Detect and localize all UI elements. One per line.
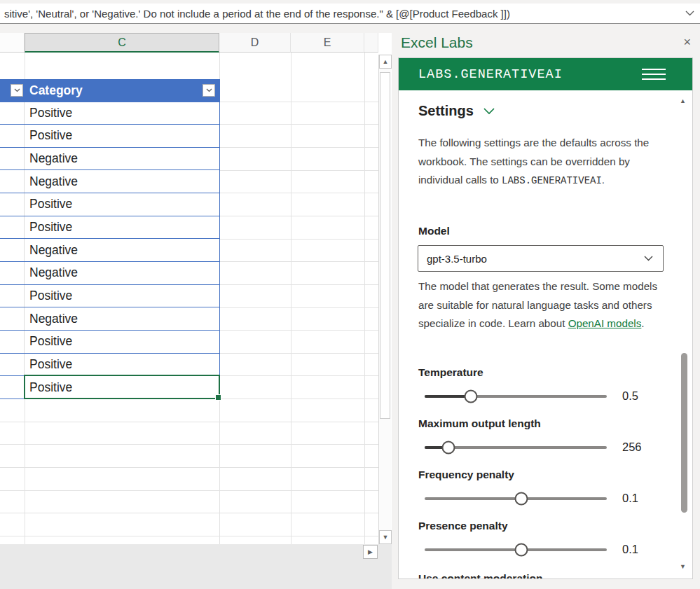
slider-thumb[interactable] [514,543,528,556]
row-cell-category[interactable]: Positive [25,125,219,147]
slider-value: 0.5 [622,389,638,403]
panel-scroll-up-icon[interactable]: ▲ [680,97,686,104]
column-header-c[interactable]: C [25,33,219,53]
slider-label: Temperature [418,366,671,380]
row-cell-b-partial[interactable] [0,216,25,239]
table-row[interactable]: Negative [0,307,219,331]
model-description: The model that generates the result. Som… [418,277,669,333]
slider-thumb[interactable] [441,441,455,454]
filter-button-category[interactable] [203,84,215,97]
row-cell-b-partial[interactable] [0,193,25,216]
menu-icon[interactable] [642,69,666,80]
labs-generativeai-banner: LABS.GENERATIVEAI [399,58,692,90]
row-cell-category[interactable]: Positive [25,193,219,216]
table-row[interactable]: Positive [0,354,219,377]
slider-track[interactable] [425,548,607,551]
row-cell-b-partial[interactable] [0,102,25,125]
model-description-suffix: . [641,317,644,329]
row-cell-category[interactable]: Negative [25,170,219,193]
cell-value: Negative [29,151,78,166]
slider-track[interactable] [425,497,607,500]
row-cell-category[interactable]: Positive [25,285,219,307]
row-cell-b-partial[interactable] [0,148,25,170]
formula-bar[interactable]: sitive', 'Neutral', or 'Negative.' Do no… [0,4,700,24]
chevron-down-icon [483,108,495,115]
model-dropdown[interactable]: gpt-3.5-turbo [418,245,664,272]
cell-value: Negative [29,243,78,258]
close-icon[interactable]: × [683,36,691,48]
row-cell-b-partial[interactable] [0,239,25,261]
column-letter: C [118,36,126,49]
cell-value: Positive [29,220,72,235]
table-header-row[interactable]: Category [0,79,219,102]
row-cell-b-partial[interactable] [0,125,25,147]
slider-value: 0.1 [622,543,638,556]
sheet-vertical-scrollbar[interactable]: ▲ ▼ [378,55,391,544]
row-cell-category[interactable]: Positive [25,216,219,239]
vertical-scroll-thumb[interactable] [380,72,390,419]
up-arrow-icon: ▲ [383,58,389,65]
settings-section-header[interactable]: Settings [418,103,495,119]
table-row[interactable]: Negative [0,262,219,285]
cell-value: Positive [29,334,72,349]
generativeai-card: LABS.GENERATIVEAI Settings The following… [398,57,693,579]
table-row[interactable]: Positive [0,331,219,354]
column-header-f-partial[interactable] [364,33,378,53]
row-cell-b-partial[interactable] [0,354,25,376]
table-row[interactable]: Negative [0,239,219,262]
row-cell-b-partial[interactable] [0,331,25,353]
slider-track[interactable] [425,446,607,449]
column-header-b-partial[interactable] [0,33,25,53]
formula-input[interactable]: sitive', 'Neutral', or 'Negative.' Do no… [0,8,679,20]
fill-handle[interactable] [215,394,221,401]
row-cell-category[interactable]: Negative [25,262,219,284]
row-cell-b-partial[interactable] [0,285,25,307]
banner-title: LABS.GENERATIVEAI [418,67,563,82]
sheet-bottom-strip: ▶ [0,544,392,589]
chevron-down-icon [644,256,653,261]
category-table: Category Positive Posi [0,79,220,399]
slider-row: 0.1 [418,488,671,508]
panel-scroll-thumb[interactable] [681,353,687,513]
row-cell-category[interactable]: Positive [25,354,219,376]
table-row[interactable]: Positive [0,285,219,308]
table-row[interactable]: Negative [0,148,219,171]
selected-cell-outline[interactable] [24,375,220,399]
column-header-e[interactable]: E [291,33,364,53]
row-cell-b-partial[interactable] [0,307,25,330]
cell-value: Positive [29,128,72,143]
row-cell-b-partial[interactable] [0,170,25,193]
settings-heading: Settings [418,103,474,119]
settings-sliders: Temperature 0.5 Maximum output [418,366,671,571]
row-cell-category[interactable]: Negative [25,307,219,330]
table-row[interactable]: Positive [0,125,219,148]
row-cell-category[interactable]: Negative [25,239,219,261]
openai-models-link[interactable]: OpenAI models [568,317,642,329]
scroll-down-button[interactable]: ▼ [379,530,392,544]
table-row[interactable]: Positive [0,193,219,216]
scroll-up-button[interactable]: ▲ [379,55,392,69]
row-cell-category[interactable]: Negative [25,148,219,170]
slider-thumb[interactable] [514,492,528,505]
slider-group: Frequency penalty 0.1 [418,469,671,508]
slider-label: Maximum output length [418,417,671,431]
panel-scroll-down-icon[interactable]: ▼ [680,563,686,570]
slider-thumb[interactable] [465,389,478,403]
row-cell-b-partial[interactable] [0,376,25,399]
column-header-d[interactable]: D [219,33,291,53]
row-cell-category[interactable]: Positive [25,102,219,125]
filter-button-b[interactable] [11,84,23,97]
table-row[interactable]: Positive [0,102,219,125]
row-cell-b-partial[interactable] [0,262,25,284]
table-row[interactable]: Positive [0,216,219,240]
slider-track[interactable] [425,395,607,398]
scroll-right-button[interactable]: ▶ [363,545,378,559]
card-body: Settings The following settings are the … [399,90,692,578]
excel-labs-panel: Excel Labs × LABS.GENERATIVEAI Settings … [392,32,700,589]
slider-row: 0.1 [418,539,671,560]
table-row[interactable]: Negative [0,170,219,193]
table-header-label: Category [29,83,83,98]
slider-group: Presence penalty 0.1 [418,520,671,560]
row-cell-category[interactable]: Positive [25,331,219,353]
formula-expand-button[interactable] [679,11,700,16]
